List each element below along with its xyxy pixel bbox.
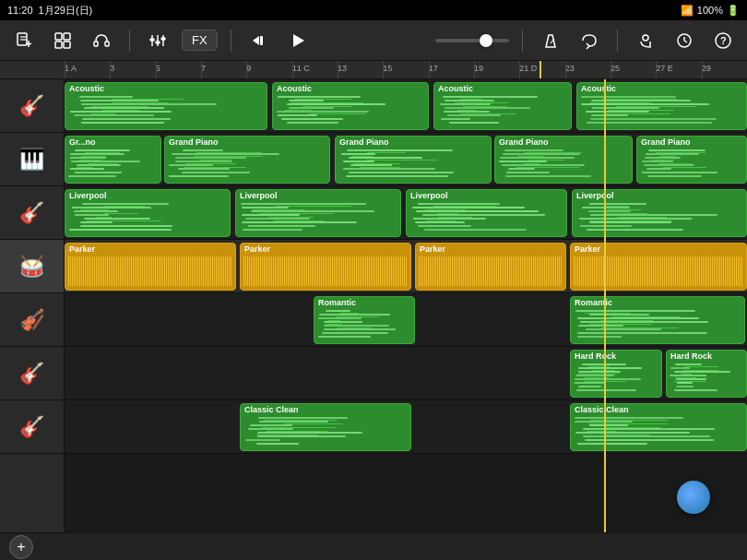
midi-line-3 bbox=[75, 214, 109, 216]
midi-line-7 bbox=[346, 175, 448, 177]
midi-liverpool-2 bbox=[409, 203, 563, 232]
clip-parker-1[interactable]: Parker bbox=[240, 243, 411, 291]
track-header-parker[interactable]: 🥁 bbox=[0, 240, 64, 293]
rewind-button[interactable] bbox=[244, 28, 274, 54]
midi-line-4 bbox=[350, 164, 393, 166]
clip-label-grandpiano-3: Grand Piano bbox=[495, 137, 632, 148]
midi-line-3 bbox=[242, 214, 300, 216]
clip-liverpool-3[interactable]: Liverpool bbox=[572, 189, 747, 237]
layout-button[interactable] bbox=[48, 28, 77, 54]
midi-line-2 bbox=[674, 371, 730, 373]
bar-line-13 bbox=[656, 61, 657, 79]
fx-button[interactable]: FX bbox=[182, 30, 218, 51]
clip-label-parker-2: Parker bbox=[416, 244, 565, 255]
track-area[interactable]: AcousticAcousticAcousticAcousticGr...noG… bbox=[65, 79, 747, 532]
midi-line-6 bbox=[418, 225, 472, 227]
waveform2 bbox=[419, 256, 563, 286]
clip-label-hardrock-1: Hard Rock bbox=[667, 351, 746, 362]
track-row-liverpool[interactable]: LiverpoolLiverpoolLiverpoolLiverpool bbox=[65, 186, 747, 240]
clip-pattern-classicclean-0 bbox=[241, 415, 410, 448]
new-button[interactable] bbox=[9, 28, 39, 54]
clip-pattern-grandpiano-3 bbox=[495, 148, 632, 181]
clip-grandpiano-1[interactable]: Grand Piano bbox=[164, 136, 330, 184]
voice-button[interactable] bbox=[631, 28, 660, 54]
clip-label-liverpool-1: Liverpool bbox=[236, 190, 400, 201]
midi-line-5 bbox=[324, 328, 396, 330]
clip-romantic-0[interactable]: Romantic bbox=[314, 296, 415, 344]
loop-button[interactable] bbox=[575, 28, 604, 54]
midi-line-s-3 bbox=[326, 324, 342, 325]
midi-liverpool-1 bbox=[239, 203, 397, 232]
track-row-parker[interactable]: ParkerParkerParkerParker bbox=[65, 240, 747, 293]
midi-line-5 bbox=[591, 114, 628, 116]
status-bar: 11:20 1月29日(日) 📶 100% 🔋 bbox=[0, 0, 747, 20]
midi-line-s-3 bbox=[658, 163, 693, 164]
midi-line-s-3 bbox=[285, 110, 312, 111]
midi-line-6 bbox=[182, 172, 250, 173]
track-row-hardrock[interactable]: Hard RockHard Rock bbox=[65, 347, 747, 400]
clip-grandpiano-4[interactable]: Grand Piano bbox=[636, 136, 747, 184]
clip-liverpool-0[interactable]: Liverpool bbox=[65, 189, 231, 237]
clip-parker-2[interactable]: Parker bbox=[415, 243, 566, 291]
clip-hardrock-1[interactable]: Hard Rock bbox=[666, 350, 747, 398]
headphones-button[interactable] bbox=[87, 28, 116, 54]
track-row-grandpiano[interactable]: Gr...noGrand PianoGrand PianoGrand Piano… bbox=[65, 133, 747, 186]
midi-line-4 bbox=[502, 164, 585, 166]
track-header-classicclean[interactable]: 🎸 bbox=[0, 400, 64, 454]
track-header-romantic[interactable]: 🎻 bbox=[0, 293, 64, 347]
clip-hardrock-0[interactable]: Hard Rock bbox=[570, 350, 662, 398]
svg-rect-7 bbox=[55, 42, 62, 48]
clip-liverpool-2[interactable]: Liverpool bbox=[406, 189, 567, 237]
midi-line-7 bbox=[169, 175, 228, 177]
clip-grandpiano-2[interactable]: Grand Piano bbox=[335, 136, 492, 184]
midi-line-1 bbox=[575, 421, 633, 423]
midi-line-s-4 bbox=[426, 220, 456, 221]
clip-classicclean-0[interactable]: Classic Clean bbox=[240, 403, 411, 451]
help-button[interactable]: ? bbox=[708, 28, 738, 54]
clip-liverpool-1[interactable]: Liverpool bbox=[235, 189, 401, 237]
mixer-button[interactable] bbox=[143, 28, 172, 54]
track-header-hardrock[interactable]: 🎸 bbox=[0, 347, 64, 400]
clip-acoustic-0[interactable]: Acoustic bbox=[65, 82, 267, 130]
clip-parker-0[interactable]: Parker bbox=[65, 243, 236, 291]
clip-romantic-1[interactable]: Romantic bbox=[570, 296, 745, 344]
track-row-romantic[interactable]: RomanticRomantic bbox=[65, 293, 747, 347]
ruler-mark-9: 19 bbox=[474, 64, 483, 73]
midi-line-6 bbox=[82, 118, 171, 120]
midi-hardrock-0 bbox=[574, 363, 658, 393]
clip-parker-3[interactable]: Parker bbox=[570, 243, 747, 291]
track-row-classicclean[interactable]: Classic CleanClassic Clean bbox=[65, 400, 747, 454]
clip-classicclean-1[interactable]: Classic Clean bbox=[570, 403, 747, 451]
midi-line-4 bbox=[70, 111, 172, 113]
add-track-button[interactable]: + bbox=[9, 535, 33, 559]
track-header-acoustic[interactable]: 🎸 bbox=[0, 79, 64, 133]
midi-line-s-1 bbox=[290, 102, 363, 103]
midi-line-s-2 bbox=[437, 213, 458, 214]
midi-line-2 bbox=[578, 371, 621, 373]
track-header-grandpiano[interactable]: 🎹 bbox=[0, 133, 64, 186]
clip-grandpiano-3[interactable]: Grand Piano bbox=[494, 136, 633, 184]
midi-line-7 bbox=[587, 229, 684, 231]
midi-line-5 bbox=[74, 114, 154, 116]
midi-line-7 bbox=[647, 175, 702, 177]
midi-line-7 bbox=[674, 389, 717, 391]
clip-acoustic-1[interactable]: Acoustic bbox=[272, 82, 429, 130]
midi-line-s-1 bbox=[607, 209, 641, 210]
midi-line-s-2 bbox=[600, 320, 654, 321]
clip-acoustic-3[interactable]: Acoustic bbox=[576, 82, 747, 130]
metronome-button[interactable] bbox=[536, 28, 565, 54]
midi-line-s-3 bbox=[617, 217, 667, 218]
track-row-acoustic[interactable]: AcousticAcousticAcousticAcoustic bbox=[65, 79, 747, 133]
siri-ball[interactable] bbox=[677, 481, 710, 514]
play-button[interactable] bbox=[283, 28, 313, 54]
clock-button[interactable] bbox=[670, 28, 699, 54]
midi-line-s-4 bbox=[77, 167, 93, 168]
midi-line-s-3 bbox=[584, 377, 609, 378]
clip-pattern-romantic-1 bbox=[571, 308, 744, 341]
clip-grandpiano-0[interactable]: Gr...no bbox=[65, 136, 161, 184]
midi-line-1 bbox=[591, 100, 692, 101]
midi-line-s-4 bbox=[87, 220, 161, 221]
volume-slider[interactable] bbox=[435, 39, 509, 42]
track-header-liverpool[interactable]: 🎸 bbox=[0, 186, 64, 240]
clip-acoustic-2[interactable]: Acoustic bbox=[433, 82, 572, 130]
